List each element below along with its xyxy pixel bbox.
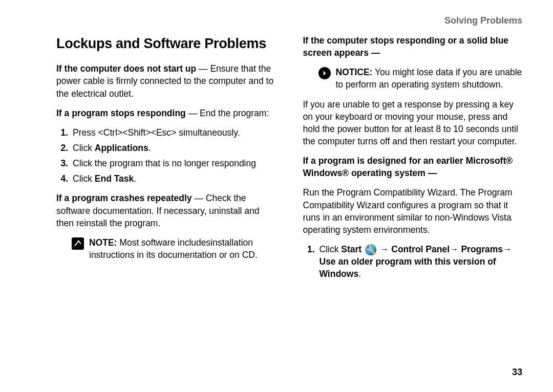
windows-start-icon bbox=[365, 244, 376, 255]
notice-text-block: NOTICE: You might lose data if you are u… bbox=[336, 66, 525, 91]
page-title: Lockups and Software Problems bbox=[56, 34, 279, 53]
startup-heading: If the computer does not start up bbox=[56, 63, 196, 74]
right-column: If the computer stops responding or a so… bbox=[303, 31, 525, 288]
notice-label: NOTICE: bbox=[336, 67, 373, 77]
cs1-h: Use an older program with this version o… bbox=[320, 256, 496, 279]
step-2-text-a: Click bbox=[73, 143, 95, 153]
compat-step-1: Click Start → Control Panel→ Programs→ U… bbox=[317, 243, 525, 280]
cs1-g: → bbox=[503, 244, 512, 254]
note-block: NOTE: Most software includesinstallation… bbox=[72, 236, 279, 261]
step-3-text: Click the program that is no longer resp… bbox=[73, 158, 256, 168]
note-text-block: NOTE: Most software includesinstallation… bbox=[89, 236, 279, 261]
paragraph-program-stops: If a program stops responding — End the … bbox=[56, 107, 279, 119]
section-header: Solving Problems bbox=[56, 15, 522, 26]
step-2-text-c: . bbox=[148, 143, 151, 153]
end-program-steps: Press <Ctrl><Shift><Esc> simultaneously.… bbox=[71, 126, 279, 185]
bluescreen-heading-block: If the computer stops responding or a so… bbox=[303, 34, 525, 59]
notice-icon bbox=[318, 67, 331, 79]
paragraph-startup: If the computer does not start up — Ensu… bbox=[56, 62, 279, 99]
paragraph-no-response: If you are unable to get a response by p… bbox=[303, 98, 525, 148]
cs1-c: → bbox=[377, 244, 391, 254]
compat-heading: If a program is designed for an earlier … bbox=[303, 156, 513, 178]
step-2: Click Applications. bbox=[71, 142, 279, 154]
paragraph-compat: Run the Program Compatibility Wizard. Th… bbox=[303, 186, 525, 236]
paragraph-crashes: If a program crashes repeatedly — Check … bbox=[56, 192, 279, 229]
cs1-e: → bbox=[450, 244, 461, 254]
bluescreen-heading: If the computer stops responding or a so… bbox=[303, 35, 509, 58]
step-4-bold: End Task bbox=[95, 173, 134, 184]
note-icon bbox=[72, 237, 84, 250]
cs1-a: Click bbox=[320, 244, 342, 254]
compat-steps: Click Start → Control Panel→ Programs→ U… bbox=[317, 243, 525, 280]
step-1-text: Press <Ctrl><Shift><Esc> simultaneously. bbox=[73, 127, 240, 138]
cs1-f: Programs bbox=[461, 244, 503, 254]
cs1-i: . bbox=[358, 269, 361, 279]
cs1-d: Control Panel bbox=[391, 244, 450, 254]
step-3: Click the program that is no longer resp… bbox=[71, 157, 279, 169]
compat-heading-block: If a program is designed for an earlier … bbox=[303, 155, 525, 179]
left-column: Lockups and Software Problems If the com… bbox=[56, 31, 279, 288]
crashes-heading: If a program crashes repeatedly bbox=[56, 193, 192, 203]
step-2-bold: Applications bbox=[95, 143, 148, 153]
step-4: Click End Task. bbox=[71, 172, 279, 185]
step-1: Press <Ctrl><Shift><Esc> simultaneously. bbox=[71, 126, 279, 139]
program-stops-heading: If a program stops responding bbox=[56, 108, 186, 118]
step-4-text-c: . bbox=[134, 173, 136, 184]
notice-block: NOTICE: You might lose data if you are u… bbox=[318, 66, 525, 91]
program-stops-text: — End the program: bbox=[186, 108, 269, 118]
content-columns: Lockups and Software Problems If the com… bbox=[56, 31, 525, 288]
step-4-text-a: Click bbox=[73, 173, 95, 184]
page-number: 33 bbox=[512, 367, 522, 378]
cs1-b: Start bbox=[341, 244, 361, 254]
note-label: NOTE: bbox=[89, 237, 117, 248]
